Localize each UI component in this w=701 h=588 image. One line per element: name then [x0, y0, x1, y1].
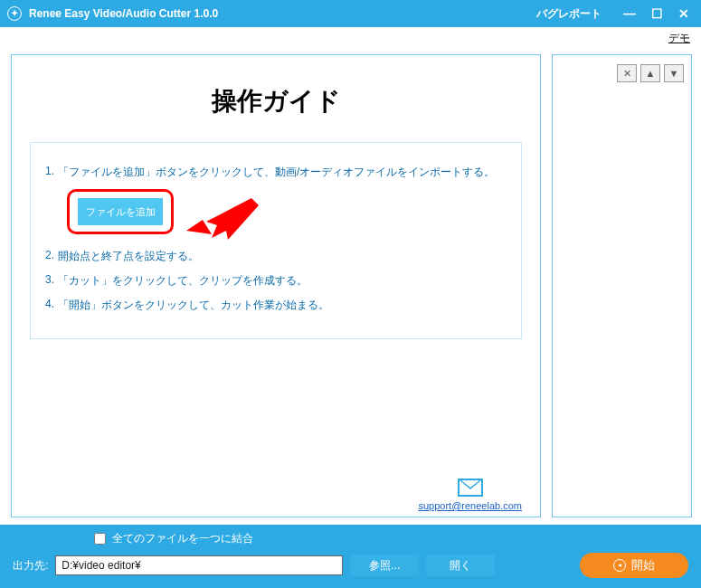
minimize-button[interactable]: —	[616, 0, 643, 27]
steps-box: 1. 「ファイルを追加」ボタンをクリックして、動画/オーディオファイルをインポー…	[30, 142, 522, 339]
step-num: 4.	[45, 298, 54, 313]
bottom-bar: 全てのファイルを一つに結合 出力先: 参照... 開く 開始	[0, 525, 701, 588]
add-file-area: ファイルを追加	[67, 189, 507, 240]
step-num: 3.	[45, 273, 54, 289]
guide-title: 操作ガイド	[30, 84, 522, 119]
add-file-button[interactable]: ファイルを追加	[78, 198, 163, 225]
title-bar: Renee Easy Video/Audio Cutter 1.0.0 バグレポ…	[0, 0, 701, 27]
step-num: 1.	[45, 165, 54, 180]
move-down-button[interactable]: ▼	[664, 64, 684, 82]
file-list-panel: ✕ ▲ ▼	[552, 54, 692, 517]
support-block: support@reneelab.com	[418, 479, 522, 511]
step-4: 4. 「開始」ボタンをクリックして、カット作業が始まる。	[45, 298, 507, 313]
demo-link[interactable]: デモ	[668, 31, 690, 46]
close-button[interactable]: ✕	[670, 0, 697, 27]
output-row: 出力先: 参照... 開く 開始	[13, 553, 688, 578]
maximize-button[interactable]: ☐	[643, 0, 670, 27]
start-button[interactable]: 開始	[580, 553, 688, 578]
step-1: 1. 「ファイルを追加」ボタンをクリックして、動画/オーディオファイルをインポー…	[45, 165, 507, 180]
step-text: 「開始」ボタンをクリックして、カット作業が始まる。	[58, 298, 329, 313]
mail-icon	[458, 479, 483, 497]
step-text: 「ファイルを追加」ボタンをクリックして、動画/オーディオファイルをインポートする…	[58, 165, 495, 180]
start-label: 開始	[631, 557, 655, 574]
arrow-icon	[186, 194, 268, 249]
step-3: 3. 「カット」をクリックして、クリップを作成する。	[45, 273, 507, 289]
output-path-input[interactable]	[55, 555, 343, 575]
step-2: 2. 開始点と終了点を設定する。	[45, 249, 507, 264]
step-num: 2.	[45, 249, 54, 264]
output-label: 出力先:	[13, 558, 48, 574]
support-email-link[interactable]: support@reneelab.com	[418, 500, 522, 511]
step-text: 開始点と終了点を設定する。	[58, 249, 199, 264]
open-button[interactable]: 開く	[426, 555, 495, 576]
list-controls: ✕ ▲ ▼	[560, 64, 684, 82]
merge-checkbox[interactable]	[94, 533, 106, 545]
refresh-icon	[613, 559, 626, 572]
bug-report-link[interactable]: バグレポート	[536, 6, 602, 22]
merge-label: 全てのファイルを一つに結合	[112, 531, 253, 546]
browse-button[interactable]: 参照...	[350, 555, 419, 576]
guide-panel: 操作ガイド 1. 「ファイルを追加」ボタンをクリックして、動画/オーディオファイ…	[11, 54, 541, 517]
content-area: 操作ガイド 1. 「ファイルを追加」ボタンをクリックして、動画/オーディオファイ…	[0, 49, 701, 525]
demo-bar: デモ	[0, 27, 701, 49]
app-title: Renee Easy Video/Audio Cutter 1.0.0	[29, 7, 218, 20]
merge-row: 全てのファイルを一つに結合	[90, 530, 688, 547]
move-up-button[interactable]: ▲	[640, 64, 660, 82]
app-icon	[7, 6, 22, 21]
step-text: 「カット」をクリックして、クリップを作成する。	[58, 273, 308, 289]
remove-item-button[interactable]: ✕	[617, 64, 637, 82]
